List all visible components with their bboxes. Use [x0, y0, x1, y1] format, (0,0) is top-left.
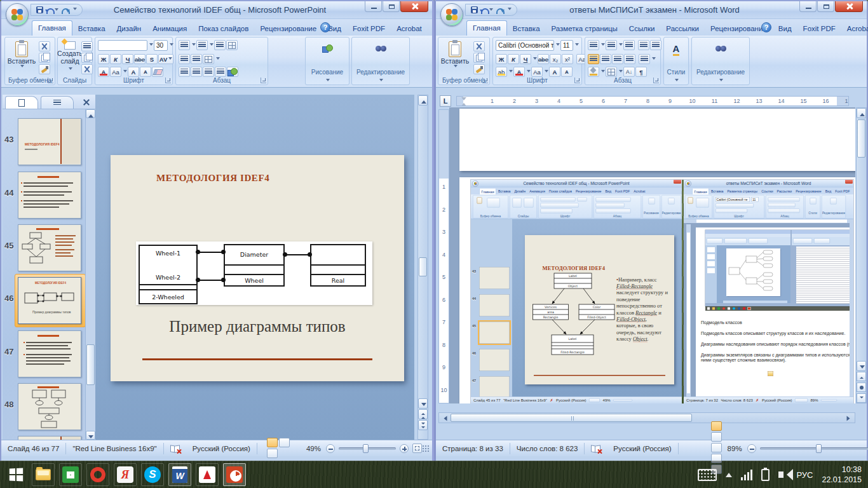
- pane-scrollbar[interactable]: [85, 109, 95, 440]
- dialog-launcher-icon[interactable]: [574, 78, 580, 83]
- word-vertical-scrollbar[interactable]: [856, 107, 867, 403]
- ribbon-tab[interactable]: Разметка страницы: [546, 22, 623, 36]
- align-left-button[interactable]: [588, 54, 599, 64]
- select-browse-object-button[interactable]: [857, 383, 866, 392]
- maximize-button[interactable]: [383, 1, 400, 12]
- change-case-button[interactable]: Аа: [110, 67, 121, 77]
- font-color-button[interactable]: А: [98, 67, 109, 77]
- word-document-view[interactable]: Семейство технологий IDEF общ - Microsof…: [449, 107, 855, 403]
- office-button[interactable]: [440, 3, 463, 26]
- columns-button[interactable]: [226, 40, 238, 50]
- underline-button[interactable]: Ч: [520, 54, 531, 64]
- web-layout-button[interactable]: [711, 443, 722, 452]
- numbering-button[interactable]: [196, 40, 208, 50]
- copy-button[interactable]: [473, 53, 485, 63]
- maximize-button[interactable]: [817, 1, 834, 12]
- qat-menu-icon[interactable]: [508, 8, 512, 12]
- reset-slide-button[interactable]: [81, 53, 93, 63]
- italic-button[interactable]: К: [508, 54, 519, 64]
- close-pane-icon[interactable]: [83, 98, 90, 106]
- clock[interactable]: 10:38 22.01.2015: [822, 464, 862, 485]
- text-direction-button[interactable]: [203, 54, 214, 64]
- print-layout-button[interactable]: [711, 421, 722, 431]
- vertical-ruler[interactable]: 1234567891011: [438, 109, 449, 403]
- taskbar-store-button[interactable]: [59, 463, 82, 486]
- increase-indent-button[interactable]: [191, 54, 202, 64]
- horizontal-ruler[interactable]: 1234567891011121314151617: [456, 96, 849, 106]
- ribbon-tab[interactable]: Рассылки: [660, 22, 705, 36]
- numbering-button[interactable]: [606, 40, 617, 50]
- zoom-in-button[interactable]: [400, 444, 409, 453]
- find-button[interactable]: [352, 43, 409, 52]
- close-button[interactable]: [400, 1, 428, 12]
- redo-button[interactable]: [62, 4, 69, 16]
- ribbon-tab[interactable]: Foxit PDF: [347, 22, 391, 36]
- cut-button[interactable]: [39, 41, 50, 51]
- superscript-button[interactable]: x²: [562, 54, 573, 64]
- taskbar-explorer-button[interactable]: [32, 463, 55, 486]
- taskbar-word-button[interactable]: [168, 463, 191, 486]
- grow-font-button[interactable]: А: [549, 67, 560, 77]
- font-name-input[interactable]: Calibri (Основной те: [496, 40, 554, 51]
- word-counter[interactable]: Число слов: 8 623: [510, 443, 585, 454]
- slide-thumbnail[interactable]: [18, 172, 81, 219]
- taskbar-opera-button[interactable]: [86, 463, 109, 486]
- font-color-button[interactable]: А: [513, 67, 525, 77]
- font-size-input[interactable]: 30: [154, 40, 168, 51]
- zoom-slider[interactable]: [339, 447, 396, 450]
- slides-tab[interactable]: [5, 96, 38, 109]
- taskbar-yandex-button[interactable]: Я: [114, 463, 137, 486]
- bold-button[interactable]: Ж: [496, 54, 507, 64]
- undo-button[interactable]: [481, 4, 493, 16]
- ribbon-tab[interactable]: Дизайн: [111, 22, 147, 36]
- zoom-slider-thumb[interactable]: [363, 444, 369, 453]
- slide-thumbnail-selected[interactable]: МЕТОДОЛОГИЯ IDEF4 Пример диаграммы типов: [18, 277, 81, 324]
- shrink-font-button[interactable]: А: [561, 67, 573, 77]
- strikethrough-button[interactable]: abe: [134, 54, 146, 64]
- sort-button[interactable]: А↓: [623, 67, 635, 77]
- line-spacing-button[interactable]: [639, 54, 650, 64]
- paste-button[interactable]: Вставить: [7, 39, 36, 69]
- clear-formatting-button[interactable]: [152, 67, 163, 77]
- ribbon-tab[interactable]: Вставка: [507, 22, 546, 36]
- ribbon-tab[interactable]: Рецензирование: [254, 22, 322, 36]
- slide-thumbnail[interactable]: [18, 224, 81, 271]
- taskbar-powerpoint-button[interactable]: [223, 463, 246, 486]
- format-painter-button[interactable]: [39, 64, 50, 74]
- ribbon-tab[interactable]: Ссылки: [623, 22, 661, 36]
- word-horizontal-scrollbar[interactable]: [438, 412, 855, 423]
- justify-button[interactable]: [215, 67, 226, 77]
- delete-slide-button[interactable]: [81, 64, 93, 74]
- spellcheck-status[interactable]: [164, 443, 186, 454]
- font-name-input[interactable]: [98, 40, 147, 51]
- zoom-out-button[interactable]: [326, 444, 335, 453]
- cut-button[interactable]: [473, 41, 485, 51]
- help-button[interactable]: ?: [320, 22, 330, 32]
- increase-indent-button[interactable]: [650, 40, 661, 50]
- paste-button[interactable]: Вставить: [440, 39, 470, 69]
- language-status[interactable]: Русский (Россия): [607, 443, 678, 454]
- font-size-input[interactable]: 11: [560, 40, 573, 51]
- ribbon-tab[interactable]: Acrobat: [391, 22, 428, 36]
- outline-tab[interactable]: [41, 96, 74, 109]
- align-center-button[interactable]: [600, 54, 611, 64]
- fit-to-window-button[interactable]: [412, 444, 423, 453]
- browse-next-button[interactable]: [857, 393, 866, 403]
- office-button[interactable]: [6, 3, 29, 26]
- pp-vertical-scrollbar[interactable]: [417, 95, 428, 440]
- grow-font-button[interactable]: А: [128, 67, 139, 77]
- bullets-button[interactable]: [179, 40, 190, 50]
- subscript-button[interactable]: x₂: [550, 54, 561, 64]
- text-shadow-button[interactable]: S: [146, 54, 158, 64]
- find-button[interactable]: [692, 43, 749, 52]
- pp-scroll-thumb[interactable]: [419, 257, 427, 276]
- decrease-indent-button[interactable]: [638, 40, 649, 50]
- ribbon-tab[interactable]: Вид: [773, 22, 797, 36]
- document-page-8[interactable]: Семейство технологий IDEF общ - Microsof…: [459, 177, 855, 403]
- save-icon[interactable]: [471, 6, 478, 13]
- volume-icon[interactable]: [778, 471, 783, 478]
- resize-grip[interactable]: [422, 445, 430, 452]
- shading-button[interactable]: [588, 67, 599, 77]
- show-marks-button[interactable]: ¶: [635, 67, 647, 77]
- justify-button[interactable]: [624, 54, 635, 64]
